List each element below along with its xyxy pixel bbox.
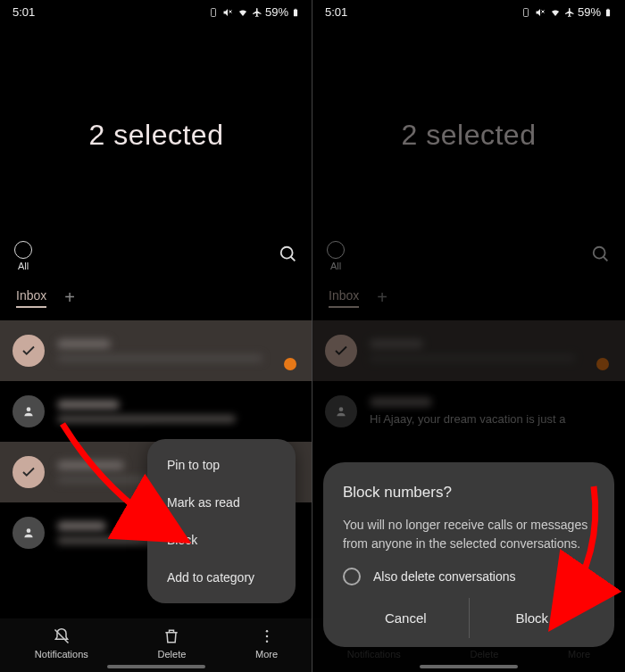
svg-point-8 xyxy=(27,528,31,533)
svg-point-10 xyxy=(265,630,268,633)
cancel-button[interactable]: Cancel xyxy=(343,598,469,638)
row-content-blurred xyxy=(57,400,300,423)
menu-add-to-category[interactable]: Add to category xyxy=(147,559,296,596)
filter-all: All xyxy=(327,241,345,271)
nav-more[interactable]: More xyxy=(255,627,278,660)
conversation-row[interactable] xyxy=(0,381,312,442)
radio-unchecked-icon xyxy=(343,568,361,585)
filter-all-label: All xyxy=(330,261,341,271)
conversation-row xyxy=(312,320,625,381)
check-icon xyxy=(333,343,349,359)
row-preview: Hi Ajaay, your dream vacation is just a xyxy=(370,412,612,426)
check-icon xyxy=(21,464,37,480)
airplane-icon xyxy=(564,7,575,18)
status-icons: 59% xyxy=(521,5,612,19)
row-content-blurred xyxy=(370,339,612,362)
svg-rect-3 xyxy=(294,9,297,16)
notifications-off-icon xyxy=(53,627,71,645)
svg-rect-16 xyxy=(606,9,610,16)
svg-point-11 xyxy=(265,635,268,638)
context-menu: Pin to top Mark as read Block Add to cat… xyxy=(147,439,296,603)
status-bar: 5:01 59% xyxy=(312,0,625,21)
svg-point-18 xyxy=(594,247,605,259)
status-icons: 59% xyxy=(208,5,300,19)
circle-icon xyxy=(14,241,32,259)
wifi-icon xyxy=(237,7,249,18)
nav-label: Delete xyxy=(158,649,187,660)
page-title: 2 selected xyxy=(0,119,312,152)
battery-saver-icon xyxy=(208,7,219,18)
trash-icon xyxy=(162,627,180,645)
circle-icon xyxy=(327,241,345,259)
left-screenshot: 5:01 59% 2 selected All Inbox + xyxy=(0,0,312,672)
add-tab-button[interactable]: + xyxy=(64,287,75,308)
dialog-body: You will no longer receive calls or mess… xyxy=(343,516,595,553)
avatar-checked xyxy=(12,456,45,488)
svg-rect-0 xyxy=(211,8,215,16)
menu-mark-as-read[interactable]: Mark as read xyxy=(147,484,296,521)
volume-mute-icon xyxy=(534,7,546,18)
menu-block[interactable]: Block xyxy=(147,521,296,559)
svg-rect-13 xyxy=(523,8,528,16)
menu-pin-to-top[interactable]: Pin to top xyxy=(147,446,296,484)
row-content-blurred xyxy=(57,339,300,362)
svg-rect-4 xyxy=(295,8,297,9)
battery-icon xyxy=(291,7,300,18)
unread-dot xyxy=(596,358,609,370)
svg-point-20 xyxy=(339,407,344,411)
unread-dot xyxy=(284,358,296,370)
person-icon xyxy=(22,405,35,418)
check-icon xyxy=(21,343,37,359)
svg-rect-17 xyxy=(607,8,610,9)
battery-saver-icon xyxy=(521,7,531,18)
status-bar: 5:01 59% xyxy=(0,0,312,21)
more-icon xyxy=(258,627,276,645)
airplane-icon xyxy=(252,7,262,18)
filter-all-label: All xyxy=(18,261,29,271)
conversation-row: Hi Ajaay, your dream vacation is just a xyxy=(312,381,625,442)
svg-point-7 xyxy=(27,407,31,411)
volume-mute-icon xyxy=(221,7,234,18)
dialog-title: Block numbers? xyxy=(343,484,595,502)
filter-all[interactable]: All xyxy=(14,241,32,271)
tab-inbox[interactable]: Inbox xyxy=(16,288,46,308)
svg-point-5 xyxy=(281,247,293,259)
block-button[interactable]: Block xyxy=(470,598,596,638)
page-title: 2 selected xyxy=(312,119,625,152)
person-icon xyxy=(335,405,347,418)
bottom-nav: Notifications Delete More xyxy=(0,618,312,672)
search-icon xyxy=(591,245,611,268)
avatar-checked xyxy=(325,335,357,367)
gesture-bar xyxy=(420,665,518,668)
dialog-checkbox-row[interactable]: Also delete conversations xyxy=(343,568,595,585)
nav-label: More xyxy=(255,649,278,660)
block-dialog: Block numbers? You will no longer receiv… xyxy=(323,462,614,647)
battery-icon xyxy=(604,7,612,18)
svg-line-19 xyxy=(604,257,608,261)
add-tab-button: + xyxy=(377,287,388,308)
tab-inbox: Inbox xyxy=(329,288,359,308)
wifi-icon xyxy=(549,7,562,18)
nav-label: Notifications xyxy=(35,649,88,660)
search-icon[interactable] xyxy=(279,245,298,268)
dialog-checkbox-label: Also delete conversations xyxy=(373,569,516,584)
avatar xyxy=(12,517,45,549)
status-time: 5:01 xyxy=(325,5,347,19)
battery-pct: 59% xyxy=(265,5,288,19)
conversation-row[interactable] xyxy=(0,320,312,381)
svg-point-12 xyxy=(265,641,268,643)
person-icon xyxy=(22,527,35,539)
gesture-bar xyxy=(107,665,205,668)
avatar xyxy=(325,395,357,427)
nav-delete[interactable]: Delete xyxy=(158,627,187,660)
avatar-checked xyxy=(12,335,45,367)
battery-pct: 59% xyxy=(578,5,601,19)
svg-line-6 xyxy=(291,257,296,261)
status-time: 5:01 xyxy=(12,5,35,19)
right-screenshot: 5:01 59% 2 selected All Inbox + xyxy=(312,0,625,672)
nav-notifications[interactable]: Notifications xyxy=(35,627,88,660)
avatar xyxy=(12,395,45,427)
